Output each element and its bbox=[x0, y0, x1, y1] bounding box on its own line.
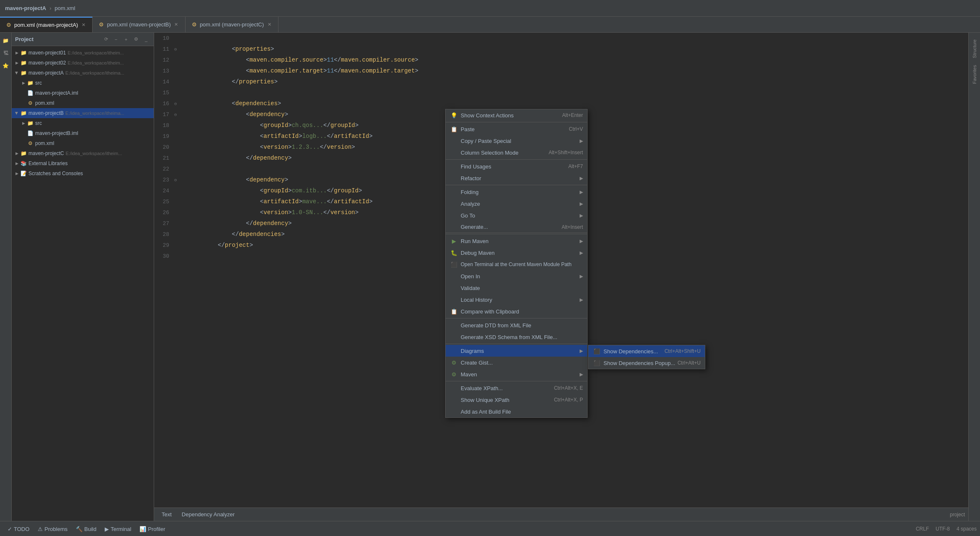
shortcut-show-context-actions: Alt+Enter bbox=[562, 112, 583, 118]
label-src-b: src bbox=[35, 120, 42, 126]
favorites-vertical-label[interactable]: Favorites bbox=[970, 62, 979, 87]
menu-label-show-context-actions: Show Context Actions bbox=[461, 112, 558, 119]
path-maven-projectA: E:/idea_workspace/itheima... bbox=[65, 70, 124, 75]
tree-item-src-a[interactable]: ▶ 📁 src bbox=[12, 78, 154, 88]
dtd-icon bbox=[450, 321, 458, 329]
menu-label-show-unique-xpath: Show Unique XPath bbox=[461, 397, 550, 403]
paste-icon: 📋 bbox=[450, 125, 458, 133]
tab-label-pom-a: pom.xml (maven-projectA) bbox=[14, 22, 78, 28]
tree-item-maven-projectB[interactable]: ▶ 📁 maven-projectB E:/idea_workspace/ith… bbox=[12, 108, 154, 118]
tree-item-pom-b[interactable]: ⚙ pom.xml bbox=[12, 138, 154, 148]
menu-analyze[interactable]: Analyze ▶ bbox=[446, 198, 587, 210]
history-icon bbox=[450, 295, 458, 304]
tree-item-maven-project02[interactable]: ▶ 📁 maven-project02 E:/idea_workspace/it… bbox=[12, 58, 154, 68]
panel-action-sync[interactable]: ⟳ bbox=[102, 35, 110, 44]
tree-item-maven-projectC[interactable]: ▶ 📁 maven-projectC E:/idea_workspace/ith… bbox=[12, 148, 154, 158]
menu-compare-clipboard[interactable]: 📋 Compare with Clipboard bbox=[446, 306, 587, 317]
menu-show-unique-xpath[interactable]: Show Unique XPath Ctrl+Alt+X, P bbox=[446, 394, 587, 406]
dependency-analyzer-tab[interactable]: Dependency Analyzer bbox=[178, 510, 239, 519]
arrow-run-maven: ▶ bbox=[580, 238, 583, 244]
shortcut-show-dependencies-popup: Ctrl+Alt+U bbox=[678, 360, 701, 366]
submenu-show-dependencies[interactable]: ⬛ Show Dependencies... Ctrl+Alt+Shift+U bbox=[588, 345, 705, 357]
panel-action-collapse[interactable]: − bbox=[112, 35, 120, 44]
menu-maven[interactable]: ⚙ Maven ▶ bbox=[446, 368, 587, 380]
profiler-tab[interactable]: 📊 Profiler bbox=[135, 521, 169, 536]
menu-debug-maven[interactable]: 🐛 Debug Maven ▶ bbox=[446, 247, 587, 259]
ant-icon bbox=[450, 407, 458, 416]
menu-open-in[interactable]: Open In ▶ bbox=[446, 270, 587, 282]
unique-xpath-icon bbox=[450, 396, 458, 404]
panel-action-expand[interactable]: + bbox=[122, 35, 130, 44]
xml-icon-tree-b: ⚙ bbox=[27, 140, 34, 147]
label-iml-a: maven-projectA.iml bbox=[35, 90, 78, 96]
arrow-open-in: ▶ bbox=[580, 274, 583, 279]
menu-label-column-selection: Column Selection Mode bbox=[461, 150, 544, 156]
menu-evaluate-xpath[interactable]: Evaluate XPath... Ctrl+Alt+X, E bbox=[446, 382, 587, 394]
tab-close-pom-c[interactable]: ✕ bbox=[266, 22, 272, 28]
menu-generate-xsd[interactable]: Generate XSD Schema from XML File... bbox=[446, 331, 587, 343]
tree-item-scratches[interactable]: ▶ 📝 Scratches and Consoles bbox=[12, 168, 154, 179]
label-scratches: Scratches and Consoles bbox=[28, 171, 83, 176]
arrow-maven: ▶ bbox=[580, 372, 583, 377]
menu-label-analyze: Analyze bbox=[461, 201, 578, 207]
tab-pom-b[interactable]: ⚙ pom.xml (maven-projectB) ✕ bbox=[93, 17, 185, 32]
tree-item-iml-b[interactable]: 📄 maven-projectB.iml bbox=[12, 128, 154, 138]
problems-tab[interactable]: ⚠ Problems bbox=[34, 521, 72, 536]
structure-vertical-label[interactable]: Structure bbox=[970, 36, 979, 62]
project-icon[interactable]: 📁 bbox=[1, 36, 10, 45]
title-separator: › bbox=[49, 5, 51, 11]
tree-item-src-b[interactable]: ▶ 📁 src bbox=[12, 118, 154, 128]
panel-action-settings[interactable]: ⚙ bbox=[132, 35, 140, 44]
menu-run-maven[interactable]: ▶ Run Maven ▶ bbox=[446, 235, 587, 247]
submenu-show-dependencies-popup[interactable]: ⬛ Show Dependencies Popup... Ctrl+Alt+U bbox=[588, 357, 705, 369]
analyze-icon bbox=[450, 199, 458, 208]
menu-generate-dtd[interactable]: Generate DTD from XML File bbox=[446, 319, 587, 331]
menu-column-selection[interactable]: Column Selection Mode Alt+Shift+Insert bbox=[446, 147, 587, 158]
menu-go-to[interactable]: Go To ▶ bbox=[446, 210, 587, 221]
divider-7 bbox=[446, 381, 587, 381]
tree-item-maven-project01[interactable]: ▶ 📁 maven-project01 E:/idea_workspace/it… bbox=[12, 48, 154, 58]
tab-close-pom-a[interactable]: ✕ bbox=[80, 22, 86, 28]
menu-add-ant-build[interactable]: Add as Ant Build File bbox=[446, 406, 587, 417]
menu-generate[interactable]: Generate... Alt+Insert bbox=[446, 221, 587, 233]
problems-label: Problems bbox=[44, 526, 67, 532]
tree-item-maven-projectA[interactable]: ▶ 📁 maven-projectA E:/idea_workspace/ith… bbox=[12, 68, 154, 78]
favorites-icon[interactable]: ⭐ bbox=[1, 61, 10, 70]
tab-pom-a[interactable]: ⚙ pom.xml (maven-projectA) ✕ bbox=[0, 17, 93, 32]
shortcut-paste: Ctrl+V bbox=[569, 126, 583, 132]
xpath-icon bbox=[450, 384, 458, 392]
tree-item-iml-a[interactable]: 📄 maven-projectA.iml bbox=[12, 88, 154, 98]
build-tab[interactable]: 🔨 Build bbox=[72, 521, 101, 536]
arrow-local-history: ▶ bbox=[580, 297, 583, 303]
todo-tab[interactable]: ✓ TODO bbox=[3, 521, 34, 536]
menu-folding[interactable]: Folding ▶ bbox=[446, 186, 587, 198]
menu-validate[interactable]: Validate bbox=[446, 282, 587, 294]
structure-icon[interactable]: 🏗 bbox=[1, 49, 10, 58]
menu-copy-paste-special[interactable]: Copy / Paste Special ▶ bbox=[446, 135, 587, 147]
menu-open-terminal[interactable]: ⬛ Open Terminal at the Current Maven Mod… bbox=[446, 259, 587, 270]
tree-item-external-libraries[interactable]: ▶ 📚 External Libraries bbox=[12, 158, 154, 168]
refactor-icon bbox=[450, 174, 458, 182]
menu-find-usages[interactable]: Find Usages Alt+F7 bbox=[446, 161, 587, 172]
menu-label-create-gist: Create Gist... bbox=[461, 360, 583, 366]
menu-show-context-actions[interactable]: 💡 Show Context Actions Alt+Enter bbox=[446, 109, 587, 121]
menu-label-generate: Generate... bbox=[461, 224, 557, 230]
tree-item-pom-a[interactable]: ⚙ pom.xml bbox=[12, 98, 154, 108]
menu-local-history[interactable]: Local History ▶ bbox=[446, 294, 587, 306]
gist-icon: ⚙ bbox=[450, 358, 458, 367]
menu-diagrams[interactable]: Diagrams ▶ ⬛ Show Dependencies... Ctrl+A… bbox=[446, 345, 587, 357]
tab-pom-c[interactable]: ⚙ pom.xml (maven-projectC) ✕ bbox=[186, 17, 279, 32]
xml-icon: ⚙ bbox=[6, 22, 12, 28]
terminal-tab[interactable]: ▶ Terminal bbox=[101, 521, 135, 536]
panel-actions: ⟳ − + ⚙ _ bbox=[102, 35, 150, 44]
panel-action-minimize[interactable]: _ bbox=[142, 35, 150, 44]
tab-close-pom-b[interactable]: ✕ bbox=[173, 22, 179, 28]
dependency-analyzer-label: Dependency Analyzer bbox=[182, 511, 235, 518]
menu-paste[interactable]: 📋 Paste Ctrl+V bbox=[446, 123, 587, 135]
status-encoding: CRLF bbox=[916, 526, 929, 532]
text-tab[interactable]: Text bbox=[157, 510, 176, 519]
folder-icon-maven-project02: 📁 bbox=[20, 60, 27, 66]
goto-icon bbox=[450, 211, 458, 220]
menu-create-gist[interactable]: ⚙ Create Gist... bbox=[446, 357, 587, 368]
menu-refactor[interactable]: Refactor ▶ bbox=[446, 172, 587, 184]
